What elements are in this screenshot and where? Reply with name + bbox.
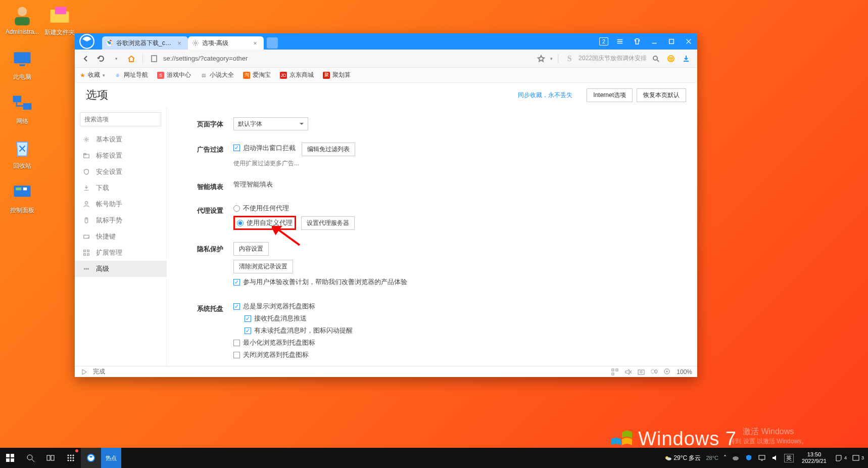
sidebar-item-mouse[interactable]: 鼠标手势 [75,212,166,228]
search-icon[interactable] [650,53,662,65]
desktop-icon-user[interactable]: Administra... [4,4,40,35]
taskview-button[interactable] [40,448,61,468]
reload-icon[interactable] [95,53,107,65]
onedrive-icon[interactable] [732,454,740,462]
ju-icon: 聚 [323,72,330,79]
skin-icon[interactable] [629,33,646,50]
tray-always-checkbox[interactable]: 总是显示浏览器托盘图标 [233,302,677,311]
taskbar-app-sogou[interactable] [81,448,101,468]
desktop-icon-control-panel[interactable]: 控制面板 [4,182,40,215]
minimize-icon[interactable] [646,33,663,50]
tab-1-close-icon[interactable]: × [252,39,259,47]
start-button[interactable] [0,448,20,468]
address-hint: 2022国庆节放假调休安排 [578,54,647,63]
tray-flash-checkbox[interactable]: 有未读托盘消息时，图标闪动提醒 [245,326,677,335]
page-title: 选项 [86,87,108,103]
back-icon[interactable] [80,53,92,65]
bm-taobao[interactable]: 淘爱淘宝 [243,71,271,79]
tab-1[interactable]: 选项-高级 × [188,36,264,50]
internet-options-button[interactable]: Internet选项 [587,88,633,102]
user-icon [83,201,90,208]
ux-program-checkbox[interactable]: 参与用户体验改善计划，帮助我们改善浏览器的产品体验 [233,277,677,287]
svg-point-50 [68,457,69,459]
reset-defaults-button[interactable]: 恢复本页默认 [637,88,686,102]
svg-rect-42 [6,458,10,462]
sidebar-item-advanced[interactable]: 高级 [75,261,166,277]
weather-tray[interactable]: 29°C 多云 [664,454,701,462]
search-button[interactable] [20,448,40,468]
sidebar-item-shortcut[interactable]: 快捷键 [75,228,166,245]
no-proxy-radio[interactable]: 不使用任何代理 [233,204,677,213]
sidebar-item-tabs[interactable]: 标签设置 [75,148,166,164]
clock[interactable]: 13:50 2022/9/21 [799,451,830,464]
bm-ju[interactable]: 聚聚划算 [323,71,351,79]
desktop-icon-network[interactable]: 网络 [4,93,40,126]
ime-indicator[interactable]: 英 [784,454,794,462]
bm-game[interactable]: S游戏中心 [157,71,191,79]
smiley-icon[interactable] [665,53,677,65]
clear-history-button[interactable]: 清除浏览记录设置 [233,260,293,273]
edit-allowlist-button[interactable]: 编辑免过滤列表 [302,143,355,156]
popup-block-checkbox[interactable]: 启动弹出窗口拦截 [233,144,296,153]
globe-icon: ⊕ [114,72,121,79]
favorites-label[interactable]: ★收藏▾ [80,71,105,79]
section-adblock: 广告过滤 启动弹出窗口拦截 编辑免过滤列表 使用扩展过滤更多广告... [197,143,677,168]
reload-dropdown-icon[interactable]: ▾ [110,53,122,65]
desktop-icon-recycle[interactable]: 回收站 [4,137,40,170]
security-tray-icon[interactable] [745,454,753,462]
tray-minimize-checkbox[interactable]: 最小化浏览器到托盘图标 [233,338,677,347]
close-icon[interactable] [680,33,697,50]
svg-rect-36 [612,373,614,375]
bm-jd[interactable]: JD京东商城 [280,71,314,79]
main-area: 基本设置 标签设置 安全设置 下载 帐号助手 鼠标手势 快捷键 扩展管理 高级 … [75,107,697,366]
tray-push-checkbox[interactable]: 接收托盘消息推送 [245,314,677,323]
bm-novel[interactable]: ▤小说大全 [200,71,234,79]
home-icon[interactable] [125,53,137,65]
sidebar-item-account[interactable]: 帐号助手 [75,196,166,212]
apps-button[interactable] [61,448,81,468]
sidebar-item-download[interactable]: 下载 [75,180,166,196]
tray-chevron[interactable]: ˄ [724,454,727,461]
sidebar-item-security[interactable]: 安全设置 [75,164,166,180]
window-count-badge[interactable]: 2 [599,37,608,45]
maximize-icon[interactable] [663,33,680,50]
bookmark-star-icon[interactable] [535,53,547,65]
svg-line-33 [276,228,300,245]
action-center-icon[interactable]: 3 [852,454,864,462]
desktop-icon-folder[interactable]: 新建文件夹 [41,4,78,37]
sidebar-item-ext[interactable]: 扩展管理 [75,245,166,261]
zoom-icon[interactable] [663,368,671,376]
new-tab-button[interactable] [267,37,278,49]
manage-autofill-link[interactable]: 管理智能填表 [233,180,273,188]
mute-icon[interactable] [624,368,632,376]
menu-icon[interactable] [611,33,629,50]
set-proxy-button[interactable]: 设置代理服务器 [301,216,355,230]
notifications-icon[interactable]: 4 [835,454,847,462]
sidebar-item-basic[interactable]: 基本设置 [75,131,166,148]
shield-status-icon[interactable]: 0 [650,368,658,376]
svg-rect-1 [15,17,29,26]
download-icon[interactable] [680,53,692,65]
bm-nav[interactable]: ⊕网址导航 [114,71,148,79]
svg-point-13 [195,42,197,44]
network-tray-icon[interactable] [758,454,766,462]
tab-0[interactable]: 谷歌浏览器下载_chrome... × [102,36,188,50]
search-input[interactable] [80,112,161,126]
volume-tray-icon[interactable] [771,454,779,462]
svg-rect-6 [23,103,31,110]
site-info-icon[interactable] [148,53,160,65]
star-dropdown-icon[interactable]: ▾ [550,56,553,61]
desktop-icon-thispc[interactable]: 此电脑 [4,49,40,81]
svg-point-20 [85,138,87,141]
play-icon[interactable] [80,368,88,376]
grid-icon [83,249,90,256]
capture-icon[interactable] [637,368,645,376]
sync-link[interactable]: 同步收藏，永不丢失 [518,91,572,100]
tray-close-checkbox[interactable]: 关闭浏览器到托盘图标 [233,350,677,359]
font-select[interactable]: 默认字体 [233,117,308,130]
taskbar-app-hot[interactable]: 热点 [101,448,121,468]
content-settings-button[interactable]: 内容设置 [233,242,269,256]
tab-0-close-icon[interactable]: × [176,39,183,47]
qr-icon[interactable] [611,368,619,376]
url-input[interactable] [163,52,532,66]
